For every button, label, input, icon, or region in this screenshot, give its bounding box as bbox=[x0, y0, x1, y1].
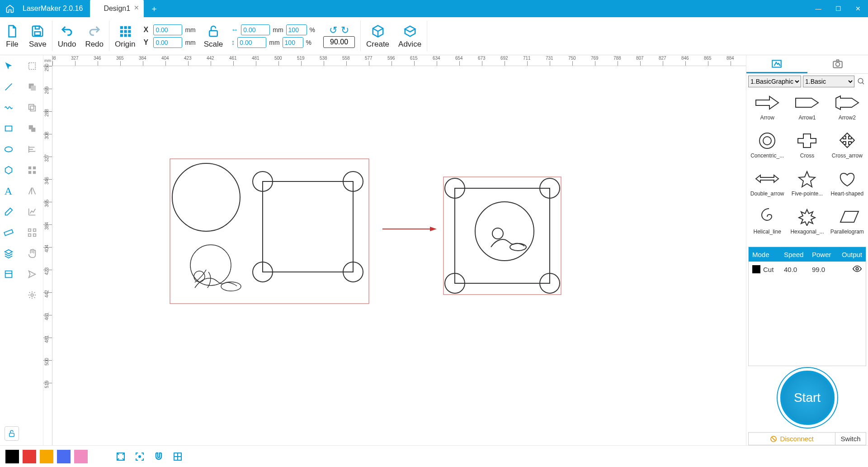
shape-parallelogram[interactable]: Parallelogram bbox=[828, 205, 866, 241]
origin-label: Origin bbox=[115, 40, 135, 49]
rect-tool[interactable] bbox=[1, 121, 16, 136]
align-tool[interactable] bbox=[25, 142, 39, 157]
origin-button[interactable]: Origin bbox=[110, 17, 140, 55]
laser-tool[interactable] bbox=[25, 288, 39, 302]
color-swatch[interactable] bbox=[5, 450, 19, 463]
fill-tool[interactable] bbox=[25, 80, 39, 94]
focus-icon[interactable] bbox=[132, 449, 147, 464]
frame-icon[interactable] bbox=[113, 449, 128, 464]
create-label: Create bbox=[366, 40, 389, 49]
tab-shapes[interactable] bbox=[746, 55, 807, 73]
union-tool[interactable] bbox=[25, 121, 39, 136]
y-label: Y bbox=[143, 38, 151, 47]
shape-arrow[interactable]: Arrow bbox=[748, 91, 786, 127]
category-select[interactable]: 1.BasicGraphic bbox=[748, 76, 801, 87]
advice-button[interactable]: Advice bbox=[394, 17, 426, 55]
layers-tool[interactable] bbox=[1, 246, 16, 261]
chart-tool[interactable] bbox=[25, 205, 39, 219]
shape-five-pointe-[interactable]: Five-pointe... bbox=[788, 167, 826, 203]
svg-rect-31 bbox=[4, 229, 13, 235]
shape-double-arrow[interactable]: Double_arrow bbox=[748, 167, 786, 203]
x-input[interactable] bbox=[153, 24, 182, 35]
undo-button[interactable]: Undo bbox=[53, 17, 81, 55]
color-swatch[interactable] bbox=[40, 450, 53, 463]
rotate-group: ↺ ↻ bbox=[319, 17, 359, 55]
shape-helical-line[interactable]: Helical_line bbox=[748, 205, 786, 241]
svg-rect-32 bbox=[28, 229, 31, 232]
height-pct-input[interactable] bbox=[283, 37, 303, 48]
shape-hexagonal-[interactable]: Hexagonal_... bbox=[788, 205, 826, 241]
marquee-tool[interactable] bbox=[25, 59, 39, 73]
shape-arrow2[interactable]: Arrow2 bbox=[828, 91, 866, 127]
tab-design[interactable]: Design1 ✕ bbox=[90, 0, 144, 17]
svg-point-58 bbox=[475, 202, 534, 261]
height-input[interactable] bbox=[237, 37, 266, 48]
shape-cross-arrow[interactable]: Cross_arrow bbox=[828, 129, 866, 165]
magnet-icon[interactable] bbox=[151, 449, 166, 464]
width-pct-input[interactable] bbox=[286, 24, 307, 35]
visibility-icon[interactable] bbox=[836, 264, 866, 275]
layer-row[interactable]: Cut 40.0 99.0 bbox=[749, 262, 866, 277]
new-tab-button[interactable]: ＋ bbox=[150, 3, 158, 14]
hand-tool[interactable] bbox=[25, 246, 39, 261]
home-icon[interactable] bbox=[5, 3, 15, 14]
file-button[interactable]: File bbox=[0, 17, 24, 55]
shape-heart-shaped[interactable]: Heart-shaped bbox=[828, 167, 866, 203]
ruler-tool[interactable] bbox=[1, 225, 16, 240]
y-input[interactable] bbox=[153, 37, 182, 48]
close-icon[interactable]: ✕ bbox=[134, 4, 139, 11]
line-tool[interactable] bbox=[1, 80, 16, 94]
redo-button[interactable]: Redo bbox=[80, 17, 108, 55]
shape-arrow1[interactable]: Arrow1 bbox=[788, 91, 826, 127]
text-tool[interactable]: A bbox=[1, 184, 16, 198]
tab-camera[interactable] bbox=[807, 55, 868, 73]
curve-tool[interactable] bbox=[1, 100, 16, 115]
main-toolbar: File Save Undo Redo Origin X mm Y mm Sca… bbox=[0, 17, 868, 55]
advice-label: Advice bbox=[398, 40, 421, 49]
rotate-cw-icon[interactable]: ↻ bbox=[341, 24, 349, 36]
svg-point-59 bbox=[492, 228, 503, 239]
shape-cross[interactable]: Cross bbox=[788, 129, 826, 165]
layer-table: Mode Speed Power Output Cut 40.0 99.0 bbox=[748, 247, 866, 366]
save-button[interactable]: Save bbox=[24, 17, 51, 55]
grid-icon[interactable] bbox=[170, 449, 185, 464]
col-output: Output bbox=[836, 251, 866, 258]
angle-input[interactable] bbox=[323, 36, 355, 48]
svg-point-41 bbox=[172, 163, 240, 231]
minimize-button[interactable]: — bbox=[808, 0, 828, 17]
maximize-button[interactable]: ☐ bbox=[828, 0, 848, 17]
grid-tool[interactable] bbox=[25, 163, 39, 177]
lock-toggle[interactable] bbox=[5, 426, 19, 441]
color-swatch[interactable] bbox=[74, 450, 88, 463]
width-input[interactable] bbox=[241, 24, 270, 35]
color-swatch[interactable] bbox=[57, 450, 71, 463]
mirror-tool[interactable] bbox=[25, 184, 39, 198]
redo-icon bbox=[87, 24, 102, 39]
shape-concentric-[interactable]: Concentric_... bbox=[748, 129, 786, 165]
scale-button[interactable]: Scale bbox=[199, 17, 228, 55]
undo-label: Undo bbox=[58, 40, 76, 49]
subcategory-select[interactable]: 1.Basic bbox=[803, 76, 854, 87]
svg-point-21 bbox=[5, 147, 12, 152]
svg-rect-2 bbox=[120, 26, 123, 29]
start-button[interactable]: Start bbox=[780, 371, 835, 425]
send-tool[interactable] bbox=[25, 267, 39, 281]
connection-status[interactable]: Disconnect bbox=[749, 433, 835, 445]
frame-tool[interactable] bbox=[1, 267, 16, 281]
switch-button[interactable]: Switch bbox=[835, 433, 866, 445]
polygon-tool[interactable] bbox=[1, 163, 16, 177]
layer-swatch bbox=[752, 265, 760, 273]
close-window-button[interactable]: ✕ bbox=[848, 0, 868, 17]
svg-rect-39 bbox=[9, 433, 14, 437]
create-button[interactable]: Create bbox=[362, 17, 394, 55]
ellipse-tool[interactable] bbox=[1, 142, 16, 157]
rotate-ccw-icon[interactable]: ↺ bbox=[329, 24, 337, 36]
array-tool[interactable] bbox=[25, 225, 39, 240]
select-tool[interactable] bbox=[1, 59, 16, 73]
eraser-tool[interactable] bbox=[1, 205, 16, 219]
search-icon[interactable] bbox=[856, 76, 866, 86]
color-swatch[interactable] bbox=[23, 450, 36, 463]
copy-tool[interactable] bbox=[25, 100, 39, 115]
canvas[interactable] bbox=[52, 66, 746, 445]
canvas-area[interactable]: mm 3083273463653844044234424614815005195… bbox=[43, 55, 746, 445]
